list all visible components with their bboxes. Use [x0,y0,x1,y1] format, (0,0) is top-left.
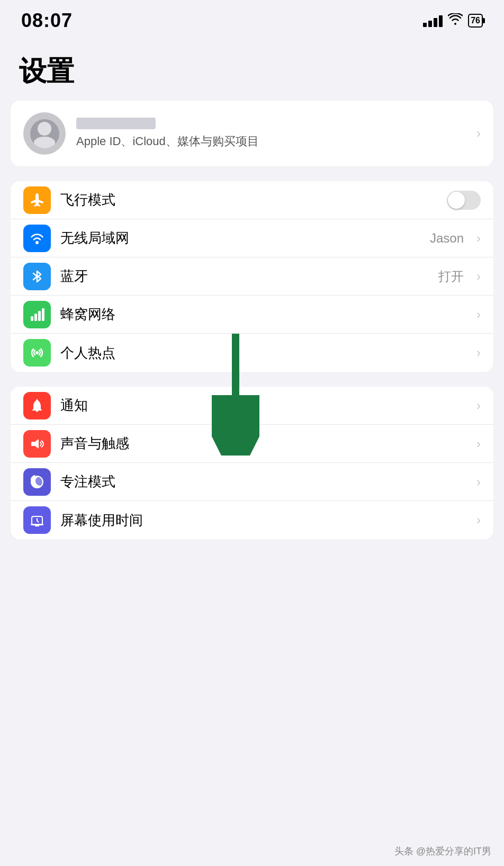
svg-rect-7 [31,442,35,446]
page-title: 设置 [0,37,504,101]
sounds-icon [23,430,51,458]
sounds-chevron: › [476,436,481,451]
airplane-icon [23,186,51,214]
hotspot-chevron: › [476,345,481,360]
setting-row-focus[interactable]: 专注模式 › [11,463,493,501]
setting-row-cellular[interactable]: 蜂窝网络 › [11,296,493,334]
cellular-chevron: › [476,307,481,322]
profile-subtitle: Apple ID、iCloud、媒体与购买项目 [76,133,466,149]
wifi-label: 无线局域网 [60,229,420,247]
wifi-icon [23,225,51,252]
watermark: 头条 @热爱分享的IT男 [394,845,491,858]
notifications-icon [23,392,51,419]
svg-rect-10 [35,525,39,527]
svg-rect-1 [31,316,33,321]
focus-label: 专注模式 [60,472,467,491]
setting-row-bluetooth[interactable]: 蓝牙 打开 › [11,257,493,296]
notification-section: 通知 › 声音与触感 › 专注模式 › [11,387,493,539]
airplane-label: 飞行模式 [60,191,437,209]
svg-point-0 [35,241,39,244]
cellular-label: 蜂窝网络 [60,305,467,324]
profile-name-bar [76,118,156,129]
battery-level: 76 [471,16,480,25]
setting-row-airplane[interactable]: 飞行模式 [11,181,493,219]
bluetooth-value: 打开 [438,268,464,285]
wifi-value: Jason [430,231,464,246]
notifications-chevron: › [476,398,481,413]
notifications-label: 通知 [60,396,467,415]
status-icons: 76 [423,13,483,28]
svg-rect-2 [34,314,37,321]
sounds-label: 声音与触感 [60,434,467,453]
bluetooth-label: 蓝牙 [60,267,429,285]
svg-point-5 [35,351,39,354]
svg-rect-9 [31,524,43,525]
wifi-chevron: › [476,231,481,246]
network-section: 飞行模式 无线局域网 Jason › 蓝牙 打开 › [11,181,493,372]
setting-row-hotspot[interactable]: 个人热点 › [11,334,493,372]
svg-rect-3 [38,311,41,321]
cellular-icon [23,301,51,328]
setting-row-notifications[interactable]: 通知 › [11,387,493,425]
svg-rect-6 [37,399,38,400]
setting-row-sounds[interactable]: 声音与触感 › [11,425,493,463]
hotspot-icon [23,339,51,367]
bluetooth-chevron: › [476,269,481,284]
airplane-toggle[interactable] [447,191,481,210]
focus-icon [23,468,51,496]
focus-chevron: › [476,475,481,489]
profile-section: Apple ID、iCloud、媒体与购买项目 › [11,101,493,166]
screentime-label: 屏幕使用时间 [60,511,467,530]
screentime-icon [23,506,51,534]
svg-rect-4 [42,308,44,321]
wifi-status-icon [448,13,463,28]
status-time: 08:07 [21,10,73,32]
bluetooth-icon [23,263,51,290]
signal-icon [423,14,443,27]
profile-chevron: › [476,126,481,141]
avatar [23,112,66,155]
battery-icon: 76 [468,14,483,28]
profile-info: Apple ID、iCloud、媒体与购买项目 [76,118,466,149]
hotspot-label: 个人热点 [60,344,467,362]
setting-row-screentime[interactable]: 屏幕使用时间 › [11,501,493,539]
screentime-chevron: › [476,513,481,528]
status-bar: 08:07 76 [0,0,504,37]
profile-row[interactable]: Apple ID、iCloud、媒体与购买项目 › [11,101,493,166]
setting-row-wifi[interactable]: 无线局域网 Jason › [11,219,493,257]
